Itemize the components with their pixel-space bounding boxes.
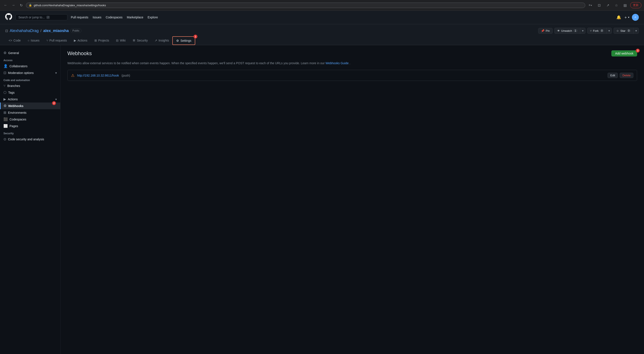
lock-icon: 🔒 — [29, 4, 32, 7]
add-webhook-button[interactable]: Add webhook — [612, 50, 637, 56]
sidebar-item-code-security[interactable]: ⊙ Code security and analysis — [0, 136, 60, 142]
address-bar[interactable]: 🔒 github.com/AlexhahahaDrag/alex_miaosha… — [26, 3, 585, 8]
tab-code[interactable]: <> Code — [5, 37, 24, 45]
fork-dropdown-caret[interactable]: ▾ — [606, 28, 612, 34]
fork-main-button[interactable]: ⑂ Fork 0 — [588, 28, 607, 34]
insights-icon: ↗ — [155, 39, 157, 42]
nav-codespaces[interactable]: Codespaces — [106, 16, 122, 19]
notifications-bell-icon[interactable]: 🔔 — [616, 15, 621, 20]
sidebar-item-collaborators[interactable]: 👤 Collaborators — [0, 63, 60, 69]
environments-icon: ⊞ — [4, 110, 6, 115]
bookmark-icon[interactable]: ☆ — [613, 2, 620, 9]
nav-pull-requests[interactable]: Pull requests — [71, 16, 88, 19]
sidebar-item-webhooks[interactable]: ⚙ Webhooks — [0, 102, 60, 109]
forward-button[interactable]: → — [10, 2, 16, 8]
sidebar-section-security: Security — [0, 129, 60, 136]
unwatch-main-button[interactable]: 👁 Unwatch 1 — [554, 28, 580, 34]
webhooks-guide-link[interactable]: Webhooks Guide — [326, 61, 348, 65]
nav-issues[interactable]: Issues — [93, 16, 101, 19]
search-bar[interactable]: Search or jump to... / — [16, 14, 68, 20]
browser-actions: 🗝 ⊡ ↗ ☆ ▤ 更新 — [587, 2, 642, 9]
tab-wiki[interactable]: ⊟ Wiki — [112, 37, 129, 45]
star-dropdown-caret[interactable]: ▾ — [634, 28, 638, 34]
issues-icon: ○ — [28, 39, 29, 42]
tab-insights[interactable]: ↗ Insights — [151, 37, 172, 45]
main-nav: Pull requests Issues Codespaces Marketpl… — [71, 16, 613, 19]
tab-issues[interactable]: ○ Issues — [24, 37, 43, 45]
share-icon[interactable]: ↗ — [604, 2, 611, 9]
star-icon: ☆ — [616, 29, 619, 33]
settings-sidebar: ⚙ General Access 👤 Collaborators ⊡ Moder… — [0, 45, 60, 354]
unwatch-dropdown-caret[interactable]: ▾ — [580, 28, 585, 34]
tab-settings[interactable]: ⚙ Settings — [172, 36, 195, 45]
wiki-icon: ⊟ — [116, 39, 118, 42]
tags-icon: ⬡ — [4, 90, 6, 94]
repo-owner-link[interactable]: AlexhahahaDrag — [10, 29, 39, 33]
sidebar-toggle-icon[interactable]: ▤ — [622, 2, 628, 9]
new-item-button[interactable]: ＋ ▾ — [624, 15, 629, 20]
github-logo[interactable] — [5, 13, 12, 22]
main-content: Webhooks Add webhook 3 Webhooks allow ex… — [60, 45, 644, 354]
pull-requests-icon: ⑂ — [46, 39, 48, 42]
step2-badge: 2 — [52, 101, 56, 105]
actions-sidebar-icon: ▶ — [4, 97, 6, 101]
user-avatar[interactable]: A — [632, 14, 639, 21]
tab-projects[interactable]: ⊞ Projects — [91, 37, 113, 45]
sidebar-item-environments[interactable]: ⊞ Environments — [0, 109, 60, 116]
repo-header: ⊡ AlexhahahaDrag / alex_miaosha Public 📌… — [0, 24, 644, 45]
sidebar-item-codespaces[interactable]: ⬛ Codespaces — [0, 116, 60, 123]
star-button-group: ☆ Star 0 ▾ — [614, 28, 639, 34]
header-right: 🔔 ＋ ▾ A — [616, 14, 639, 21]
sidebar-item-actions[interactable]: ▶ Actions ▾ — [0, 96, 60, 102]
github-header: Search or jump to... / Pull requests Iss… — [0, 11, 644, 24]
sidebar-item-branches[interactable]: ⑂ Branches — [0, 83, 60, 89]
sidebar-item-tags[interactable]: ⬡ Tags — [0, 89, 60, 96]
reload-button[interactable]: ↻ — [18, 2, 24, 8]
repo-icon: ⊡ — [5, 29, 8, 33]
sidebar-section-code-automation: Code and automation — [0, 76, 60, 83]
content-header: Webhooks Add webhook 3 — [68, 50, 637, 56]
webhook-url[interactable]: http://192.168.10.32:8611/hook — [77, 74, 119, 77]
fork-icon: ⑂ — [590, 29, 592, 33]
star-main-button[interactable]: ☆ Star 0 — [614, 28, 634, 34]
sidebar-item-general[interactable]: ⚙ General — [0, 50, 60, 56]
tab-pull-requests[interactable]: ⑂ Pull requests — [43, 37, 70, 45]
actions-expand-icon: ▾ — [55, 98, 57, 101]
back-button[interactable]: ← — [2, 2, 9, 8]
moderation-expand-icon: ▾ — [55, 71, 57, 75]
actions-icon: ▶ — [74, 39, 76, 42]
translate-icon[interactable]: ⊡ — [596, 2, 602, 9]
repo-breadcrumb: ⊡ AlexhahahaDrag / alex_miaosha Public 📌… — [5, 28, 639, 34]
fork-count: 0 — [600, 29, 604, 32]
step1-badge: 1 — [194, 35, 198, 39]
browser-chrome: ← → ↻ 🔒 github.com/AlexhahahaDrag/alex_m… — [0, 0, 644, 11]
add-webhook-wrapper: Add webhook 3 — [612, 50, 637, 56]
repo-nav: <> Code ○ Issues ⑂ Pull requests ▶ Actio… — [5, 36, 639, 45]
star-count: 0 — [627, 29, 631, 32]
unwatch-count: 1 — [574, 29, 578, 32]
fork-button-group: ⑂ Fork 0 ▾ — [587, 28, 612, 34]
search-placeholder: Search or jump to... — [18, 16, 45, 19]
tab-security[interactable]: ⛨ Security — [129, 37, 152, 45]
webhook-delete-button[interactable]: Delete — [620, 73, 634, 78]
webhook-edit-button[interactable]: Edit — [608, 73, 618, 78]
url-text: github.com/AlexhahahaDrag/alex_miaosha/s… — [34, 4, 106, 7]
webhook-action-buttons: Edit Delete — [608, 73, 634, 78]
repo-name-link[interactable]: alex_miaosha — [43, 29, 69, 33]
tab-actions[interactable]: ▶ Actions — [70, 37, 91, 45]
webhook-list-item: ⚠ http://192.168.10.32:8611/hook (push) … — [68, 70, 637, 81]
sidebar-item-moderation[interactable]: ⊡ Moderation options ▾ — [0, 69, 60, 76]
nav-marketplace[interactable]: Marketplace — [127, 16, 143, 19]
eye-icon: 👁 — [557, 29, 560, 33]
key-icon[interactable]: 🗝 — [587, 2, 594, 9]
code-icon: <> — [9, 39, 12, 42]
webhook-warning-icon: ⚠ — [71, 73, 74, 78]
update-button[interactable]: 更新 — [630, 2, 642, 8]
main-container: ⚙ General Access 👤 Collaborators ⊡ Moder… — [0, 45, 644, 354]
pin-button[interactable]: 📌 Pin — [538, 28, 553, 34]
general-icon: ⚙ — [4, 51, 6, 55]
sidebar-item-pages[interactable]: ⬜ Pages — [0, 123, 60, 129]
repo-actions: 📌 Pin 👁 Unwatch 1 ▾ ⑂ Fork 0 ▾ — [538, 28, 639, 34]
nav-explore[interactable]: Explore — [148, 16, 158, 19]
branches-icon: ⑂ — [4, 84, 6, 88]
